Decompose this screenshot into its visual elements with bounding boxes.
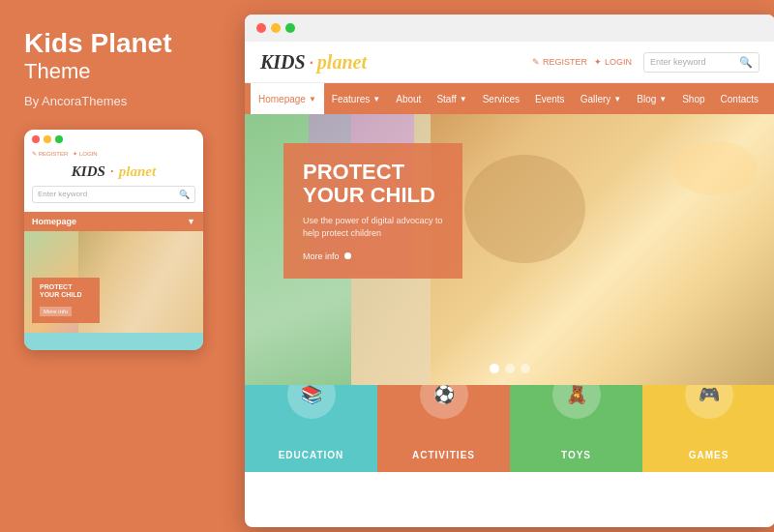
hero-indicator-3[interactable]: [521, 364, 530, 373]
mobile-nav-label: Homepage: [32, 217, 76, 226]
activities-icon-circle: ⚽: [420, 385, 468, 419]
education-icon-circle: 📚: [287, 385, 336, 419]
category-toys[interactable]: 🧸 TOYS: [510, 385, 642, 472]
desktop-logo-kids: KIDS: [260, 51, 306, 74]
desktop-title-bar: [245, 15, 774, 42]
desktop-header: KIDS · planet ✎ REGISTER ✦ LOGIN Enter k…: [245, 42, 774, 83]
hero-more-info-button[interactable]: More info: [303, 251, 443, 261]
mobile-dot-red: [32, 135, 40, 143]
nav-arrow-blog: ▼: [659, 95, 667, 103]
desktop-dot-green: [285, 23, 295, 33]
hero-btn-dot: [344, 252, 351, 259]
hero-content-overlay: PROTECT YOUR CHILD Use the power of digi…: [283, 143, 462, 279]
nav-item-services[interactable]: Services: [475, 83, 527, 114]
desktop-hero: PROTECT YOUR CHILD Use the power of digi…: [245, 114, 774, 385]
mobile-logo-kids: KIDS: [72, 163, 105, 179]
category-education[interactable]: 📚 EDUCATION: [245, 385, 377, 472]
category-games-label: GAMES: [689, 450, 729, 460]
games-icon: 🎮: [699, 385, 720, 405]
toys-icon: 🧸: [566, 385, 587, 405]
mobile-dot-yellow: [44, 135, 51, 143]
brand-by: By AncoraThemes: [24, 94, 213, 108]
mobile-hero-btn[interactable]: More info: [40, 307, 72, 316]
hero-child-photo: [431, 114, 774, 385]
mobile-mockup: ✎ REGISTER ✦ LOGIN KIDS · planet Enter k…: [24, 130, 203, 350]
desktop-header-right: ✎ REGISTER ✦ LOGIN Enter keyword 🔍: [532, 52, 759, 73]
desktop-logo: KIDS · planet: [260, 49, 367, 74]
hero-title: PROTECT YOUR CHILD: [303, 161, 443, 207]
desktop-logo-separator: ·: [309, 49, 314, 74]
nav-arrow-features: ▼: [372, 95, 380, 103]
mobile-search-icon: 🔍: [179, 190, 190, 199]
brand-title: Kids Planet Theme: [24, 29, 213, 90]
hero-indicator-1[interactable]: [490, 364, 499, 373]
desktop-dot-red: [256, 23, 266, 33]
nav-item-shop[interactable]: Shop: [674, 83, 712, 114]
nav-arrow-gallery: ▼: [613, 95, 621, 103]
mobile-hero-overlay: PROTECT YOUR CHILD More info: [32, 278, 100, 323]
activities-icon: ⚽: [433, 385, 455, 405]
mobile-dot-green: [55, 135, 63, 143]
hero-indicators: [490, 364, 530, 373]
mobile-dots: [32, 135, 195, 143]
desktop-search-icon: 🔍: [739, 56, 753, 69]
nav-item-contacts[interactable]: Contacts: [713, 83, 766, 114]
mobile-logo-planet: planet: [119, 163, 156, 179]
desktop-search-placeholder: Enter keyword: [650, 57, 739, 67]
desktop-nav: Homepage ▼ Features ▼ About Staff ▼ Serv…: [245, 83, 774, 114]
mobile-nav-arrow: ▼: [187, 217, 195, 226]
desktop-search-box[interactable]: Enter keyword 🔍: [643, 52, 759, 73]
nav-item-staff[interactable]: Staff ▼: [429, 83, 474, 114]
toys-icon-circle: 🧸: [552, 385, 601, 419]
nav-item-features[interactable]: Features ▼: [324, 83, 388, 114]
nav-item-gallery[interactable]: Gallery ▼: [573, 83, 630, 114]
category-education-label: EDUCATION: [279, 450, 344, 460]
nav-arrow-homepage: ▼: [309, 95, 316, 103]
category-activities[interactable]: ⚽ ACTIVITIES: [377, 385, 510, 472]
mobile-top-bar: ✎ REGISTER ✦ LOGIN KIDS · planet Enter k…: [24, 130, 203, 212]
left-panel: Kids Planet Theme By AncoraThemes ✎ REGI…: [0, 0, 237, 532]
desktop-dot-yellow: [271, 23, 281, 33]
category-games[interactable]: 🎮 GAMES: [642, 385, 774, 472]
hero-indicator-2[interactable]: [505, 364, 515, 373]
desktop-register-login: ✎ REGISTER ✦ LOGIN: [532, 57, 632, 67]
mobile-bottom-bar: [24, 333, 203, 350]
nav-item-homepage[interactable]: Homepage ▼: [251, 83, 324, 114]
category-activities-label: ACTIVITIES: [412, 450, 475, 460]
mobile-hero: PROTECT YOUR CHILD More info: [24, 231, 203, 333]
hero-subtitle: Use the power of digital advocacy to hel…: [303, 215, 443, 239]
nav-arrow-staff: ▼: [460, 95, 467, 103]
education-icon: 📚: [301, 385, 322, 405]
category-row: 📚 EDUCATION ⚽ ACTIVITIES 🧸 TOYS 🎮 GAMES: [245, 385, 774, 472]
mobile-logo-separator: ·: [109, 161, 114, 180]
mobile-search-placeholder: Enter keyword: [38, 190, 179, 198]
mobile-header: ✎ REGISTER ✦ LOGIN: [32, 148, 195, 161]
mobile-nav-bar[interactable]: Homepage ▼: [24, 212, 203, 231]
mobile-register-login: ✎ REGISTER ✦ LOGIN: [32, 150, 98, 157]
games-icon-circle: 🎮: [685, 385, 733, 419]
nav-item-events[interactable]: Events: [527, 83, 573, 114]
mobile-search-row: Enter keyword 🔍: [32, 186, 195, 203]
desktop-mockup: KIDS · planet ✎ REGISTER ✦ LOGIN Enter k…: [245, 15, 774, 527]
mobile-hero-text: PROTECT YOUR CHILD: [40, 283, 92, 300]
nav-item-about[interactable]: About: [388, 83, 429, 114]
desktop-logo-planet: planet: [317, 51, 367, 74]
category-toys-label: TOYS: [561, 450, 591, 460]
nav-item-blog[interactable]: Blog ▼: [629, 83, 674, 114]
